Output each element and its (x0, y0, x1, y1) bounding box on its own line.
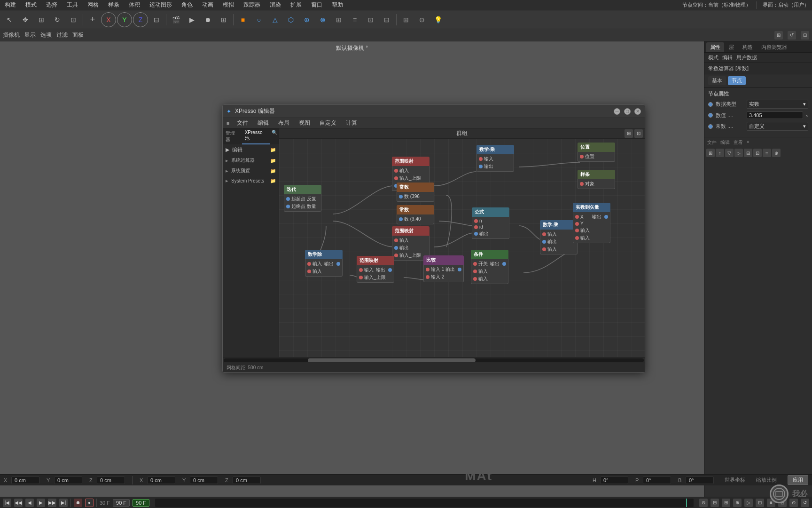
rp-btn-6[interactable]: ⊡ (753, 149, 762, 157)
window-close-button[interactable]: ✕ (634, 108, 641, 115)
menu-mode[interactable]: 模式 (23, 1, 39, 9)
timeline-scrubber[interactable] (155, 499, 694, 507)
node-math-pow-1[interactable]: 数学-乘 输入 输出 (476, 145, 514, 172)
node-position[interactable]: 位置 位置 (578, 143, 615, 162)
menu-tracker[interactable]: 跟踪器 (242, 1, 262, 9)
tab-layer[interactable]: 层 (725, 42, 738, 52)
menu-help[interactable]: 帮助 (330, 1, 345, 9)
tool-unknown1[interactable]: ⊡ (66, 12, 81, 27)
tl-icon-2[interactable]: ⊟ (710, 499, 719, 507)
tab-content-browser[interactable]: 内容浏览器 (757, 42, 791, 52)
coord-z-value[interactable] (97, 476, 125, 484)
tl-icon-4[interactable]: ⊕ (733, 499, 742, 507)
tool-grid[interactable]: ⊞ (398, 12, 414, 27)
tool-scale[interactable]: ⊞ (34, 12, 49, 27)
sub-menu-mode[interactable]: 模式 (708, 54, 718, 61)
fps-end-value[interactable]: 90 F (113, 499, 130, 507)
subtab-node[interactable]: 节点 (728, 76, 746, 85)
xpresso-menu-file[interactable]: 文件 (235, 119, 250, 127)
xpresso-menu-layout[interactable]: 布局 (276, 119, 291, 127)
rp-view[interactable]: 查看 (734, 139, 743, 146)
canvas-btn-2[interactable]: ⊡ (634, 129, 643, 138)
xpresso-scrollbar[interactable] (223, 357, 645, 363)
rp-btn-4[interactable]: ▷ (734, 149, 743, 157)
node-range-map-3[interactable]: 范围映射 输入 输出 输入_上限 (357, 256, 394, 283)
scrollbar-thumb[interactable] (308, 358, 476, 362)
tool-unknown6[interactable]: ⊞ (331, 12, 346, 27)
node-iterate[interactable]: 迭代 起起点 反复 起终点 数量 (284, 185, 321, 212)
tool-play[interactable]: ▶ (184, 12, 199, 27)
sub-menu-userdata[interactable]: 用户数据 (736, 54, 757, 61)
xpresso-menu-custom[interactable]: 自定义 (318, 119, 338, 127)
menu-build[interactable]: 构建 (3, 1, 18, 9)
viewport-nav-3[interactable]: ⊡ (801, 31, 809, 40)
tl-end-btn[interactable]: ▶| (59, 499, 68, 507)
current-frame[interactable]: 90 F (133, 499, 149, 507)
prop-dropdown-const[interactable]: 自定义 ▾ (747, 122, 808, 131)
tool-add[interactable]: + (85, 12, 100, 27)
menu-volume[interactable]: 体积 (127, 1, 142, 9)
subtab-basic[interactable]: 基本 (708, 76, 726, 85)
coord-y-value[interactable] (54, 476, 82, 484)
xs-tab-manager[interactable]: 管理器 (223, 128, 242, 144)
tl-play-btn[interactable]: ▶ (37, 499, 45, 507)
menu-tools[interactable]: 工具 (65, 1, 80, 9)
tool-unknown8[interactable]: ⊡ (363, 12, 378, 27)
xs-section-system-presets[interactable]: ▸ System Presets 📁 (223, 176, 279, 186)
tool-z[interactable]: Z (133, 12, 148, 27)
tl-start-btn[interactable]: |◀ (3, 499, 11, 507)
rp-btn-5[interactable]: ⊟ (744, 149, 752, 157)
menu-mograph[interactable]: 运动图形 (148, 1, 174, 9)
xs-section-sys-calc[interactable]: ▸ 系统运算器 📁 (223, 155, 279, 166)
menu-window[interactable]: 窗口 (309, 1, 324, 9)
node-real-to-vec[interactable]: 实数到矢量 X 输出 Y 输入 (573, 203, 610, 243)
canvas-btn-1[interactable]: ⊞ (625, 129, 633, 138)
node-condition[interactable]: 条件 开关 输出 输入 输入 (471, 250, 508, 284)
rp-btn-8[interactable]: ⊕ (772, 149, 781, 157)
xpresso-canvas[interactable]: 群组 ⊞ ⊡ (279, 128, 645, 357)
xs-search-icon[interactable]: 🔍 (270, 128, 279, 144)
tool-unknown7[interactable]: ≡ (347, 12, 362, 27)
tool-unknown4[interactable]: ⊕ (299, 12, 314, 27)
tl-icon-1[interactable]: ⊙ (699, 499, 708, 507)
tl-auto-btn[interactable]: ● (85, 499, 94, 507)
xs-tab-pool[interactable]: XPresso 池 (242, 128, 270, 144)
xpresso-menu-calc[interactable]: 计算 (344, 119, 359, 127)
node-math-divide[interactable]: 数学除 输入 输出 输入 (305, 250, 343, 277)
menu-simulate[interactable]: 模拟 (221, 1, 236, 9)
coord-p-value[interactable] (643, 476, 671, 484)
apply-button[interactable]: 应用 (788, 475, 808, 485)
tool-unknown9[interactable]: ⊟ (379, 12, 394, 27)
node-const-1[interactable]: 常数 数 (396 (397, 183, 434, 202)
tool-y[interactable]: Y (117, 12, 132, 27)
tool-move[interactable]: ✥ (18, 12, 33, 27)
tl-prev-frame-btn[interactable]: ◀ (25, 499, 34, 507)
viewport-nav-1[interactable]: ⊞ (774, 31, 783, 40)
node-formula[interactable]: 公式 n id 输出 (472, 207, 509, 239)
coord-zr-value[interactable] (233, 476, 261, 484)
sec-camera[interactable]: 摄像机 (3, 31, 20, 39)
prop-radio-const[interactable] (708, 124, 713, 129)
tool-unknown5[interactable]: ⊛ (315, 12, 330, 27)
rp-more[interactable]: » (747, 139, 750, 146)
scrollbar-track[interactable] (224, 358, 644, 362)
sec-display[interactable]: 显示 (24, 31, 36, 39)
coord-x-value[interactable] (11, 476, 39, 484)
node-const-2[interactable]: 常数 数 (3.40 (397, 205, 434, 224)
tool-cube[interactable]: ■ (235, 12, 250, 27)
prop-radio-datatype[interactable] (708, 102, 713, 107)
tl-icon-3[interactable]: ⊞ (722, 499, 730, 507)
tl-prev-btn[interactable]: ◀◀ (14, 499, 23, 507)
sec-options[interactable]: 选项 (40, 31, 52, 39)
tool-record[interactable]: ⏺ (200, 12, 215, 27)
tl-icon-5[interactable]: ▷ (744, 499, 753, 507)
tool-unknown3[interactable]: ⬡ (283, 12, 298, 27)
tool-light[interactable]: 💡 (430, 12, 445, 27)
tool-camera[interactable]: 🎬 (168, 12, 183, 27)
prop-input-value[interactable] (747, 111, 803, 119)
node-sample[interactable]: 样条 对象 (578, 170, 615, 189)
xs-section-edit[interactable]: ▶ 编辑 📁 (223, 144, 279, 155)
sub-menu-edit[interactable]: 编辑 (722, 54, 733, 61)
tool-x[interactable]: X (101, 12, 116, 27)
window-maximize-button[interactable]: □ (624, 108, 631, 115)
